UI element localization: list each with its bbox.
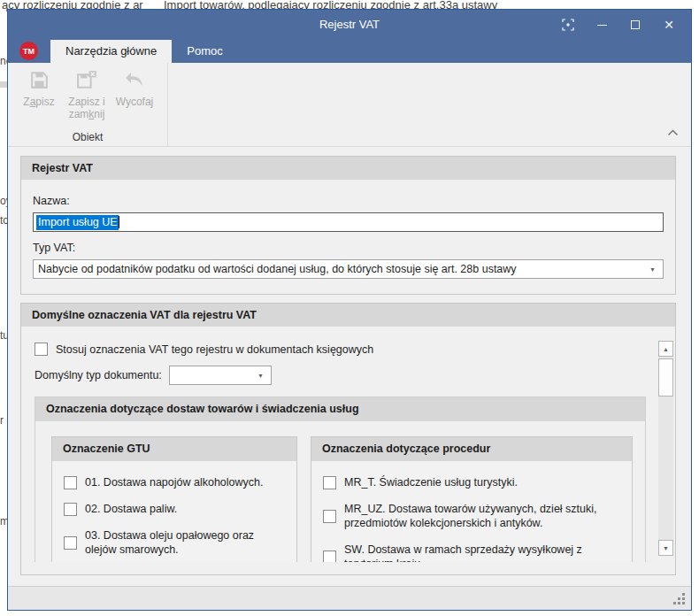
checkbox-proc-sw[interactable]: SW. Dostawa w ramach sprzedaży wysyłkowe… <box>323 543 621 562</box>
gtu-panel: Oznaczenie GTU 01. Dostawa napojów alkoh… <box>51 436 297 562</box>
app-logo[interactable]: TM <box>19 42 38 60</box>
typ-vat-select[interactable]: Nabycie od podatników podatku od wartośc… <box>33 259 664 279</box>
selected-text: Import usług UE <box>36 215 119 230</box>
ribbon-tab-bar: TM Narzędzia główne Pomoc <box>8 40 691 63</box>
save-and-close-icon <box>75 69 99 96</box>
maximize-icon <box>631 20 640 29</box>
tab-narzedzia-glowne[interactable]: Narzędzia główne <box>50 40 172 63</box>
domyslny-typ-label: Domyślny typ dokumentu: <box>35 369 162 381</box>
save-and-close-button[interactable]: Zapisz i zamknij <box>63 69 111 120</box>
checkbox-gtu-03[interactable]: 03. Dostawa oleju opałowego oraz olejów … <box>64 528 286 557</box>
vertical-scrollbar[interactable]: ▲ ▼ <box>658 341 673 556</box>
background-gray-band <box>0 81 7 88</box>
checkbox-icon <box>35 343 48 356</box>
gtu-panel-header: Oznaczenie GTU <box>52 437 296 461</box>
save-button[interactable]: Zapisz <box>15 69 63 120</box>
nazwa-label: Nazwa: <box>33 195 664 207</box>
checkbox-proc-mr-uz[interactable]: MR_UZ. Dostawa towarów używanych, dzieł … <box>323 502 621 530</box>
typ-vat-value: Nabycie od podatników podatku od wartośc… <box>38 263 517 275</box>
checkbox-icon <box>323 476 336 489</box>
text-caret <box>119 216 119 228</box>
undo-button[interactable]: Wycofaj <box>111 69 158 120</box>
checkbox-proc-mr-t[interactable]: MR_T. Świadczenie usług turystyki. <box>323 475 621 489</box>
scroll-up-icon[interactable]: ▲ <box>658 341 673 357</box>
checkbox-gtu-02[interactable]: 02. Dostawa paliw. <box>64 502 286 516</box>
checkbox-icon <box>64 536 77 550</box>
checkbox-gtu-01[interactable]: 01. Dostawa napojów alkoholowych. <box>64 475 286 489</box>
close-icon: ✕ <box>664 19 674 31</box>
checkbox-icon <box>323 510 336 523</box>
scroll-down-icon[interactable]: ▼ <box>658 540 673 556</box>
ribbon: Zapisz Zapisz i zamknij <box>8 63 691 147</box>
minimize-button[interactable] <box>585 10 618 40</box>
tab-pomoc[interactable]: Pomoc <box>172 40 237 63</box>
checkbox-icon <box>64 476 77 489</box>
chevron-down-icon: ▼ <box>649 266 663 273</box>
oznaczenia-dostaw-section: Oznaczenia dotyczące dostaw towarów i św… <box>35 397 646 562</box>
maximize-button[interactable] <box>618 10 652 40</box>
scroll-viewport: Stosuj oznaczenia VAT tego rejestru w do… <box>35 341 652 562</box>
rejestr-vat-group: Rejestr VAT Nazwa: Import usług UE Typ V… <box>20 156 676 295</box>
scrollbar-thumb[interactable] <box>658 358 673 397</box>
domyslne-oznaczenia-header: Domyślne oznaczenia VAT dla rejestru VAT <box>21 304 675 327</box>
chevron-down-icon: ▼ <box>257 373 271 379</box>
domyslny-typ-select[interactable]: ▼ <box>169 366 272 385</box>
ribbon-group-label: Obiekt <box>8 131 167 143</box>
procedury-panel: Oznaczenia dotyczące procedur MR_T. Świa… <box>311 436 633 562</box>
minimize-icon <box>597 25 607 26</box>
undo-arrow-icon <box>123 69 146 96</box>
resize-grip-icon[interactable] <box>682 602 685 604</box>
domyslne-oznaczenia-group: Domyślne oznaczenia VAT dla rejestru VAT… <box>20 303 676 575</box>
ribbon-group-obiekt: Zapisz Zapisz i zamknij <box>8 63 168 146</box>
dialog-content: Rejestr VAT Nazwa: Import usług UE Typ V… <box>8 147 691 586</box>
stosuj-oznaczenia-checkbox[interactable]: Stosuj oznaczenia VAT tego rejestru w do… <box>35 343 652 356</box>
close-button[interactable]: ✕ <box>652 10 686 40</box>
titlebar[interactable]: Rejestr VAT ✕ <box>8 10 691 40</box>
checkbox-icon <box>323 551 336 563</box>
status-bar <box>8 586 691 610</box>
typ-vat-label: Typ VAT: <box>33 242 664 254</box>
window-title: Rejestr VAT <box>319 10 380 40</box>
fit-window-icon[interactable] <box>551 10 585 40</box>
rejestr-vat-window: Rejestr VAT ✕ TM Narzędzia główne Pomoc <box>7 9 692 611</box>
rejestr-vat-group-header: Rejestr VAT <box>21 157 675 180</box>
procedury-panel-header: Oznaczenia dotyczące procedur <box>311 437 632 461</box>
nazwa-input[interactable]: Import usług UE <box>33 212 664 232</box>
checkbox-icon <box>64 503 77 516</box>
save-icon <box>28 69 50 96</box>
collapse-ribbon-icon[interactable] <box>667 124 679 140</box>
oznaczenia-dostaw-header: Oznaczenia dotyczące dostaw towarów i św… <box>35 397 645 421</box>
